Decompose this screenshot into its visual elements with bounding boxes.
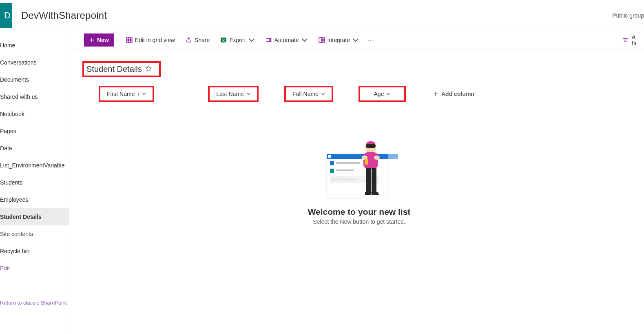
nav-item-site-contents[interactable]: Site contents — [0, 225, 69, 243]
nav-item-home[interactable]: Home — [0, 37, 69, 54]
excel-icon: X — [220, 37, 227, 43]
favorite-star-icon[interactable] — [145, 65, 152, 73]
filter-icon[interactable] — [622, 37, 629, 43]
command-bar: New Edit in grid view Share X Export Aut… — [69, 31, 644, 49]
automate-label: Automate — [274, 37, 299, 43]
list-title-region: Student Details — [82, 61, 161, 77]
svg-rect-22 — [366, 168, 371, 193]
edit-grid-label: Edit in grid view — [135, 37, 175, 43]
svg-rect-10 — [336, 162, 360, 164]
integrate-button[interactable]: Integrate — [314, 33, 363, 47]
new-button-label: New — [97, 37, 109, 43]
svg-rect-21 — [365, 159, 368, 165]
nav-item-documents[interactable]: Documents — [0, 71, 69, 88]
grid-icon — [126, 37, 133, 43]
svg-rect-0 — [126, 38, 132, 42]
svg-text:X: X — [222, 38, 225, 42]
sort-asc-icon: ↑ — [137, 91, 139, 97]
integrate-icon — [319, 37, 325, 43]
chevron-down-icon — [246, 92, 250, 96]
chevron-down-icon — [248, 37, 255, 43]
nav-item-conversations[interactable]: Conversations — [0, 54, 69, 71]
site-header: D DevWithSharepoint Public group — [0, 0, 644, 31]
column-header-full-name[interactable]: Full Name — [284, 86, 333, 102]
integrate-label: Integrate — [328, 37, 350, 43]
svg-rect-20 — [374, 156, 380, 160]
share-icon — [186, 37, 192, 43]
nav-item-employees[interactable]: Employees — [0, 191, 69, 208]
nav-item-student-details[interactable]: Student Details — [0, 208, 69, 225]
column-header-age[interactable]: Age — [359, 86, 406, 102]
nav-return-classic[interactable]: Return to classic SharePoint — [0, 294, 67, 311]
empty-title: Welcome to your new list — [308, 207, 411, 217]
site-title[interactable]: DevWithSharepoint — [21, 10, 107, 21]
empty-state: Welcome to your new list Select the New … — [82, 140, 636, 225]
export-label: Export — [229, 37, 246, 43]
site-subtitle: Public group — [612, 12, 644, 19]
column-label: Full Name — [292, 91, 319, 97]
new-button[interactable]: New — [84, 33, 114, 47]
nav-item-recycle-bin[interactable]: Recycle bin — [0, 243, 69, 260]
nav-item-notebook[interactable]: Notebook — [0, 105, 69, 122]
nav-item-edit[interactable]: Edit — [0, 260, 69, 277]
left-nav: Home Conversations Documents Shared with… — [0, 31, 69, 334]
chevron-down-icon — [301, 37, 308, 43]
column-label: Last Name — [216, 91, 244, 97]
nav-item-pages[interactable]: Pages — [0, 122, 69, 140]
view-selector-label[interactable]: All Items — [632, 33, 636, 47]
overflow-button[interactable]: ··· — [365, 37, 377, 43]
svg-rect-5 — [322, 40, 325, 42]
svg-rect-11 — [330, 169, 334, 173]
nav-item-students[interactable]: Students — [0, 174, 69, 191]
edit-grid-button[interactable]: Edit in grid view — [122, 33, 179, 47]
empty-subtitle: Select the New button to get started. — [313, 218, 405, 225]
nav-item-shared[interactable]: Shared with us — [0, 88, 69, 105]
nav-item-envvar[interactable]: List_EnvironmentVariable — [0, 157, 69, 174]
empty-illustration — [323, 140, 396, 201]
site-logo[interactable]: D — [0, 3, 12, 28]
column-label: First Name — [107, 91, 135, 97]
chevron-down-icon — [142, 92, 146, 96]
column-header-last-name[interactable]: Last Name — [208, 86, 259, 102]
share-button[interactable]: Share — [181, 33, 214, 47]
chevron-down-icon — [352, 37, 359, 43]
list-title: Student Details — [86, 65, 142, 74]
svg-rect-3 — [319, 38, 321, 42]
add-column-label: Add column — [441, 91, 474, 97]
column-headers: First Name ↑ Last Name Full Name — [82, 85, 636, 103]
svg-rect-23 — [372, 168, 376, 193]
flow-icon — [266, 37, 272, 43]
chevron-down-icon — [386, 92, 390, 96]
column-header-first-name[interactable]: First Name ↑ — [99, 86, 154, 102]
svg-rect-12 — [336, 169, 354, 171]
export-button[interactable]: X Export — [216, 33, 259, 47]
svg-rect-4 — [322, 38, 325, 40]
nav-item-data[interactable]: Data — [0, 140, 69, 157]
share-label: Share — [195, 37, 210, 43]
svg-rect-9 — [330, 161, 334, 165]
automate-button[interactable]: Automate — [261, 33, 312, 47]
svg-rect-15 — [336, 179, 357, 180]
add-column-button[interactable]: Add column — [433, 91, 474, 97]
column-label: Age — [374, 91, 384, 97]
plus-icon — [89, 37, 95, 43]
chevron-down-icon — [321, 92, 325, 96]
content-area: Student Details First Name ↑ Last Name — [69, 49, 644, 334]
svg-rect-8 — [328, 155, 331, 158]
plus-icon — [433, 91, 438, 96]
